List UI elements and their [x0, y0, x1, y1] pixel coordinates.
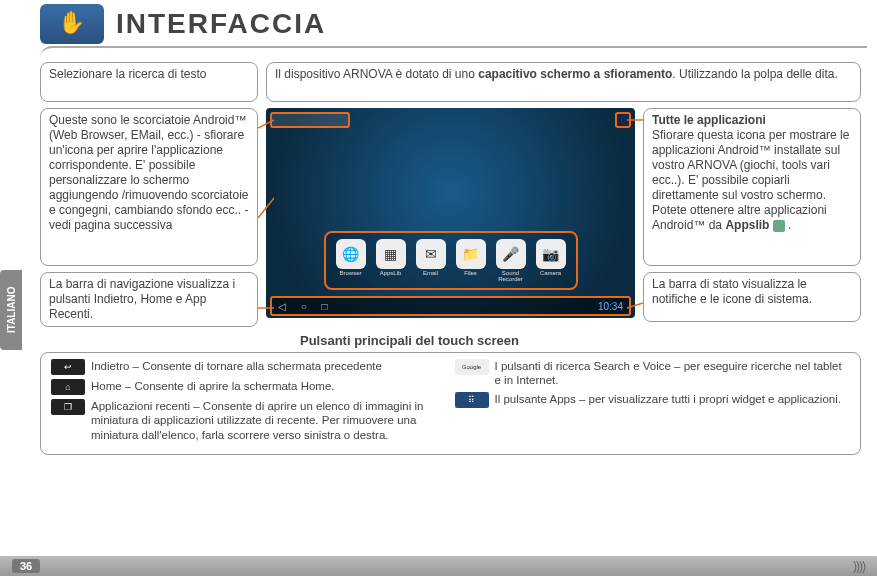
- callout-allapps: Tutte le applicazioni Sfiorare questa ic…: [643, 108, 861, 266]
- recent-desc: Applicazioni recenti – Consente di aprir…: [91, 399, 447, 442]
- callout-shortcuts-text: Queste sono le scorciatoie Android™ (Web…: [49, 113, 248, 232]
- dock-item: 🎤Sound Recorder: [496, 239, 526, 282]
- dock-highlight: 🌐Browser ▦AppsLib ✉Email 📁Files 🎤Sound R…: [324, 231, 578, 290]
- intro-box: Il dispositivo ARNOVA è dotato di uno ca…: [266, 62, 861, 102]
- home-desc: Home – Consente di aprire la schermata H…: [91, 379, 335, 393]
- callout-allapps-body: Sfiorare questa icona per mostrare le ap…: [652, 128, 849, 232]
- page-title: INTERFACCIA: [116, 8, 326, 40]
- browser-icon: 🌐: [336, 239, 366, 269]
- callout-statusbar: La barra di stato visualizza le notifich…: [643, 272, 861, 322]
- dock-item: ✉Email: [416, 239, 446, 282]
- footer-decoration: )))): [853, 559, 865, 573]
- intro-bold: capacitivo schermo a sfioramento: [478, 67, 672, 81]
- search-desc: I pulsanti di ricerca Search e Voice – p…: [495, 359, 851, 388]
- statusbar-highlight: ◁ ○ □ 10:34: [270, 296, 631, 316]
- header-divider: [40, 46, 867, 58]
- apps-icon: [455, 392, 489, 408]
- apps-desc: Il pulsante Apps – per visualizzare tutt…: [495, 392, 841, 406]
- touch-icon: [40, 4, 104, 44]
- recorder-icon: 🎤: [496, 239, 526, 269]
- dock-item: 🌐Browser: [336, 239, 366, 282]
- email-icon: ✉: [416, 239, 446, 269]
- clock-label: 10:34: [598, 301, 623, 312]
- search-icon: Google: [455, 359, 489, 375]
- home-icon: [51, 379, 85, 395]
- callout-allapps-title: Tutte le applicazioni: [652, 113, 766, 127]
- callout-shortcuts: Queste sono le scorciatoie Android™ (Web…: [40, 108, 258, 266]
- tablet-screenshot: 🌐Browser ▦AppsLib ✉Email 📁Files 🎤Sound R…: [266, 108, 635, 318]
- callout-navbar-text: La barra di navigazione visualizza i pul…: [49, 277, 235, 321]
- intro-before: Il dispositivo ARNOVA è dotato di uno: [275, 67, 478, 81]
- callout-allapps-bold: Appslib: [725, 218, 769, 232]
- dock-item: ▦AppsLib: [376, 239, 406, 282]
- recent-icon: [51, 399, 85, 415]
- intro-after: . Utilizzando la polpa delle dita.: [672, 67, 837, 81]
- appslib-icon: ▦: [376, 239, 406, 269]
- page-footer: 36 )))): [0, 556, 877, 576]
- callout-statusbar-text: La barra di stato visualizza le notifich…: [652, 277, 812, 306]
- dock-item: 📷Camera: [536, 239, 566, 282]
- nav-buttons-icon: ◁ ○ □: [278, 301, 334, 312]
- bottom-legend: Indietro – Consente di tornare alla sche…: [40, 352, 861, 455]
- page-header: INTERFACCIA: [0, 0, 877, 46]
- page-number: 36: [12, 559, 40, 573]
- appslib-inline-icon: [773, 220, 785, 232]
- callout-search-text-label: Selezionare la ricerca di testo: [49, 67, 206, 81]
- search-widget-highlight: [270, 112, 350, 128]
- apps-button-highlight: [615, 112, 631, 128]
- callout-navbar: La barra di navigazione visualizza i pul…: [40, 272, 258, 327]
- subheading: Pulsanti principali del touch screen: [300, 333, 861, 348]
- camera-icon: 📷: [536, 239, 566, 269]
- callout-search-text: Selezionare la ricerca di testo: [40, 62, 258, 102]
- back-icon: [51, 359, 85, 375]
- dock-item: 📁Files: [456, 239, 486, 282]
- files-icon: 📁: [456, 239, 486, 269]
- back-desc: Indietro – Consente di tornare alla sche…: [91, 359, 382, 373]
